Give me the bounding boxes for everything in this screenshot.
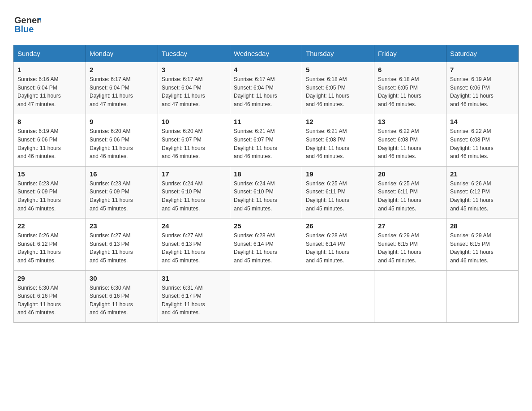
day-number: 19 <box>306 170 370 178</box>
day-number: 9 <box>90 118 154 125</box>
calendar-cell: 3Sunrise: 6:17 AMSunset: 6:04 PMDaylight… <box>158 62 230 114</box>
calendar-cell: 29Sunrise: 6:30 AMSunset: 6:16 PMDayligh… <box>14 270 86 322</box>
day-number: 29 <box>17 274 82 282</box>
calendar-cell <box>374 270 446 322</box>
day-number: 24 <box>162 222 226 230</box>
calendar-cell: 18Sunrise: 6:24 AMSunset: 6:10 PMDayligh… <box>230 166 302 218</box>
calendar-cell: 24Sunrise: 6:27 AMSunset: 6:13 PMDayligh… <box>158 218 230 270</box>
day-number: 28 <box>450 222 515 230</box>
day-info: Sunrise: 6:18 AMSunset: 6:05 PMDaylight:… <box>378 75 442 108</box>
day-info: Sunrise: 6:20 AMSunset: 6:07 PMDaylight:… <box>162 127 226 160</box>
calendar-cell: 19Sunrise: 6:25 AMSunset: 6:11 PMDayligh… <box>302 166 374 218</box>
day-number: 20 <box>378 170 442 178</box>
day-number: 10 <box>162 118 226 125</box>
day-info: Sunrise: 6:30 AMSunset: 6:16 PMDaylight:… <box>90 284 154 317</box>
day-number: 6 <box>378 66 442 73</box>
day-number: 27 <box>378 222 442 230</box>
weekday-header-monday: Monday <box>86 45 158 62</box>
calendar-cell: 21Sunrise: 6:26 AMSunset: 6:12 PMDayligh… <box>446 166 519 218</box>
day-number: 25 <box>234 222 298 230</box>
calendar-cell <box>446 270 519 322</box>
weekday-header-thursday: Thursday <box>302 45 374 62</box>
day-info: Sunrise: 6:21 AMSunset: 6:08 PMDaylight:… <box>306 127 370 160</box>
calendar-cell: 26Sunrise: 6:28 AMSunset: 6:14 PMDayligh… <box>302 218 374 270</box>
day-number: 1 <box>17 66 82 73</box>
day-info: Sunrise: 6:24 AMSunset: 6:10 PMDaylight:… <box>234 180 298 213</box>
day-info: Sunrise: 6:27 AMSunset: 6:13 PMDaylight:… <box>90 231 154 265</box>
day-info: Sunrise: 6:29 AMSunset: 6:15 PMDaylight:… <box>378 231 442 265</box>
calendar-cell: 11Sunrise: 6:21 AMSunset: 6:07 PMDayligh… <box>230 114 302 166</box>
calendar-cell: 22Sunrise: 6:26 AMSunset: 6:12 PMDayligh… <box>14 218 86 270</box>
calendar-table: SundayMondayTuesdayWednesdayThursdayFrid… <box>13 45 519 323</box>
day-number: 15 <box>17 170 82 178</box>
day-info: Sunrise: 6:18 AMSunset: 6:05 PMDaylight:… <box>306 75 370 108</box>
calendar-cell: 13Sunrise: 6:22 AMSunset: 6:08 PMDayligh… <box>374 114 446 166</box>
weekday-header-wednesday: Wednesday <box>230 45 302 62</box>
day-number: 2 <box>90 66 154 73</box>
day-info: Sunrise: 6:26 AMSunset: 6:12 PMDaylight:… <box>17 231 82 265</box>
weekday-header-tuesday: Tuesday <box>158 45 230 62</box>
day-info: Sunrise: 6:17 AMSunset: 6:04 PMDaylight:… <box>90 75 154 108</box>
day-number: 31 <box>162 274 226 282</box>
day-number: 11 <box>234 118 298 125</box>
day-number: 12 <box>306 118 370 125</box>
day-number: 26 <box>306 222 370 230</box>
day-number: 21 <box>450 170 515 178</box>
day-number: 4 <box>234 66 298 73</box>
calendar-cell: 25Sunrise: 6:28 AMSunset: 6:14 PMDayligh… <box>230 218 302 270</box>
day-number: 23 <box>90 222 154 230</box>
day-info: Sunrise: 6:27 AMSunset: 6:13 PMDaylight:… <box>162 231 226 265</box>
weekday-header-sunday: Sunday <box>14 45 86 62</box>
logo-icon: General Blue <box>13 9 41 37</box>
calendar-cell: 10Sunrise: 6:20 AMSunset: 6:07 PMDayligh… <box>158 114 230 166</box>
calendar-cell: 12Sunrise: 6:21 AMSunset: 6:08 PMDayligh… <box>302 114 374 166</box>
day-info: Sunrise: 6:29 AMSunset: 6:15 PMDaylight:… <box>450 231 515 265</box>
calendar-cell <box>230 270 302 322</box>
day-info: Sunrise: 6:22 AMSunset: 6:08 PMDaylight:… <box>450 127 515 160</box>
weekday-header-friday: Friday <box>374 45 446 62</box>
weekday-header-saturday: Saturday <box>446 45 519 62</box>
day-number: 22 <box>17 222 82 230</box>
calendar-cell <box>302 270 374 322</box>
calendar-cell: 28Sunrise: 6:29 AMSunset: 6:15 PMDayligh… <box>446 218 519 270</box>
day-number: 13 <box>378 118 442 125</box>
day-number: 30 <box>90 274 154 282</box>
svg-text:General: General <box>14 15 41 25</box>
calendar-cell: 4Sunrise: 6:17 AMSunset: 6:04 PMDaylight… <box>230 62 302 114</box>
day-info: Sunrise: 6:22 AMSunset: 6:08 PMDaylight:… <box>378 127 442 160</box>
calendar-cell: 8Sunrise: 6:19 AMSunset: 6:06 PMDaylight… <box>14 114 86 166</box>
calendar-cell: 1Sunrise: 6:16 AMSunset: 6:04 PMDaylight… <box>14 62 86 114</box>
day-info: Sunrise: 6:30 AMSunset: 6:16 PMDaylight:… <box>17 284 82 317</box>
day-info: Sunrise: 6:17 AMSunset: 6:04 PMDaylight:… <box>234 75 298 108</box>
day-number: 18 <box>234 170 298 178</box>
day-info: Sunrise: 6:17 AMSunset: 6:04 PMDaylight:… <box>162 75 226 108</box>
day-info: Sunrise: 6:19 AMSunset: 6:06 PMDaylight:… <box>17 127 82 160</box>
logo: General Blue <box>13 9 41 37</box>
calendar-cell: 14Sunrise: 6:22 AMSunset: 6:08 PMDayligh… <box>446 114 519 166</box>
calendar-cell: 5Sunrise: 6:18 AMSunset: 6:05 PMDaylight… <box>302 62 374 114</box>
calendar-cell: 7Sunrise: 6:19 AMSunset: 6:06 PMDaylight… <box>446 62 519 114</box>
day-number: 14 <box>450 118 515 125</box>
calendar-cell: 2Sunrise: 6:17 AMSunset: 6:04 PMDaylight… <box>86 62 158 114</box>
calendar-cell: 15Sunrise: 6:23 AMSunset: 6:09 PMDayligh… <box>14 166 86 218</box>
day-number: 7 <box>450 66 515 73</box>
day-info: Sunrise: 6:25 AMSunset: 6:11 PMDaylight:… <box>378 180 442 213</box>
day-info: Sunrise: 6:21 AMSunset: 6:07 PMDaylight:… <box>234 127 298 160</box>
day-number: 17 <box>162 170 226 178</box>
svg-text:Blue: Blue <box>14 24 34 34</box>
day-number: 16 <box>90 170 154 178</box>
calendar-cell: 20Sunrise: 6:25 AMSunset: 6:11 PMDayligh… <box>374 166 446 218</box>
day-info: Sunrise: 6:26 AMSunset: 6:12 PMDaylight:… <box>450 180 515 213</box>
day-info: Sunrise: 6:19 AMSunset: 6:06 PMDaylight:… <box>450 75 515 108</box>
calendar-cell: 31Sunrise: 6:31 AMSunset: 6:17 PMDayligh… <box>158 270 230 322</box>
day-number: 5 <box>306 66 370 73</box>
calendar-cell: 6Sunrise: 6:18 AMSunset: 6:05 PMDaylight… <box>374 62 446 114</box>
calendar-cell: 30Sunrise: 6:30 AMSunset: 6:16 PMDayligh… <box>86 270 158 322</box>
day-info: Sunrise: 6:28 AMSunset: 6:14 PMDaylight:… <box>306 231 370 265</box>
day-info: Sunrise: 6:25 AMSunset: 6:11 PMDaylight:… <box>306 180 370 213</box>
day-info: Sunrise: 6:28 AMSunset: 6:14 PMDaylight:… <box>234 231 298 265</box>
day-info: Sunrise: 6:20 AMSunset: 6:06 PMDaylight:… <box>90 127 154 160</box>
page-header: General Blue <box>13 9 519 37</box>
day-number: 3 <box>162 66 226 73</box>
day-info: Sunrise: 6:31 AMSunset: 6:17 PMDaylight:… <box>162 284 226 317</box>
